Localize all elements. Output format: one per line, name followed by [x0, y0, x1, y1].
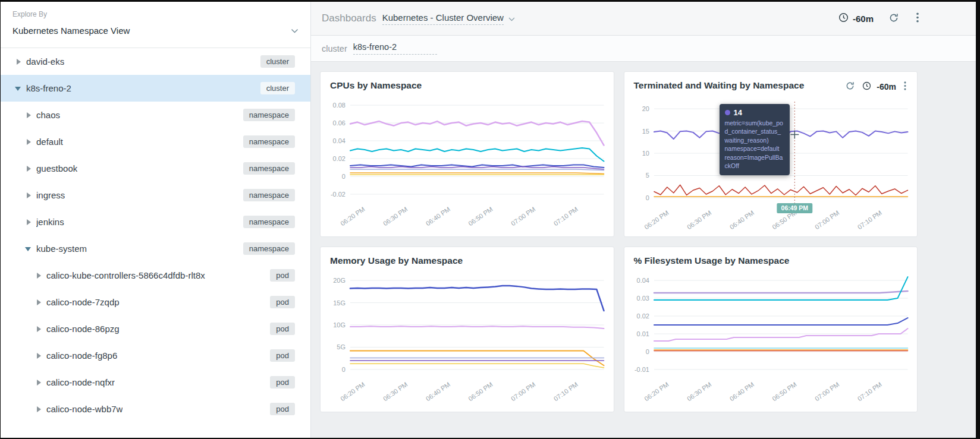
view-selector[interactable]: Kubernetes Namespace View	[12, 25, 299, 36]
expand-arrow-icon[interactable]	[35, 326, 42, 333]
tree-row-calico-node-wbb7w[interactable]: calico-node-wbb7wpod	[1, 396, 310, 422]
view-selector-label: Kubernetes Namespace View	[12, 26, 130, 36]
filesystem-usage-line-chart[interactable]: 0.040.030.020.010-0.0106:20 PM06:30 PM06…	[624, 269, 918, 404]
kebab-icon	[904, 81, 906, 92]
scope-bar: cluster k8s-freno-2	[311, 36, 976, 62]
svg-text:10: 10	[642, 150, 649, 157]
tree-item-label: chaos	[36, 110, 60, 120]
svg-text:-0.02: -0.02	[331, 191, 345, 198]
dashboard-grid: CPUs by Namespace 0.080.060.040.020-0.02…	[311, 62, 976, 412]
memory-usage-line-chart[interactable]: 20G15G10G5G006:20 PM06:30 PM06:40 PM06:5…	[321, 269, 614, 404]
main-content: Dashboards Kubernetes - Cluster Overview…	[311, 2, 976, 438]
svg-text:20G: 20G	[333, 277, 345, 284]
scope-value[interactable]: k8s-freno-2	[353, 42, 437, 55]
svg-text:07:10 PM: 07:10 PM	[552, 206, 579, 228]
svg-text:15G: 15G	[333, 299, 345, 307]
svg-text:06:49 PM: 06:49 PM	[781, 205, 808, 211]
tree-row-calico-node-7zqdp[interactable]: calico-node-7zqdppod	[1, 289, 310, 315]
refresh-button[interactable]	[887, 11, 901, 27]
dashboard-header: Dashboards Kubernetes - Cluster Overview…	[311, 2, 976, 36]
expand-arrow-icon[interactable]	[35, 272, 42, 279]
collapse-arrow-icon[interactable]	[15, 85, 22, 92]
tree-row-calico-node-86pzg[interactable]: calico-node-86pzgpod	[1, 315, 310, 342]
panel-terminated-and-waiting: Terminated and Waiting by Namespace -60m	[624, 71, 918, 237]
expand-arrow-icon[interactable]	[35, 379, 42, 386]
svg-text:06:20 PM: 06:20 PM	[339, 206, 366, 228]
panel-title: Memory Usage by Namespace	[330, 255, 463, 266]
expand-arrow-icon[interactable]	[35, 299, 42, 306]
svg-text:06:30 PM: 06:30 PM	[686, 209, 712, 231]
kebab-icon	[916, 12, 919, 24]
svg-text:0: 0	[342, 366, 345, 373]
expand-arrow-icon[interactable]	[25, 112, 32, 119]
expand-arrow-icon[interactable]	[25, 138, 32, 146]
kebab-menu-button[interactable]	[914, 10, 921, 27]
tree-item-label: ingress	[36, 190, 65, 200]
time-range-control[interactable]: -60m	[838, 12, 874, 25]
svg-text:06:30 PM: 06:30 PM	[382, 381, 409, 403]
svg-text:06:30 PM: 06:30 PM	[686, 381, 712, 403]
panel-title: Terminated and Waiting by Namespace	[634, 80, 805, 91]
svg-text:07:10 PM: 07:10 PM	[552, 381, 579, 403]
svg-text:0.08: 0.08	[333, 102, 345, 109]
expand-arrow-icon[interactable]	[25, 219, 32, 226]
collapse-arrow-icon[interactable]	[25, 245, 32, 252]
tree-row-david-eks[interactable]: david-ekscluster	[1, 48, 310, 75]
type-badge: cluster	[260, 82, 295, 94]
svg-text:06:40 PM: 06:40 PM	[425, 206, 451, 228]
tree-item-label: calico-node-86pzg	[46, 324, 120, 334]
type-badge: pod	[270, 349, 295, 362]
type-badge: namespace	[243, 109, 295, 121]
panel-header: Memory Usage by Namespace	[321, 247, 614, 266]
svg-text:06:50 PM: 06:50 PM	[771, 381, 797, 403]
tree-row-guestbook[interactable]: guestbooknamespace	[1, 155, 310, 182]
expand-arrow-icon[interactable]	[25, 192, 32, 199]
expand-arrow-icon[interactable]	[15, 58, 22, 65]
panel-kebab-menu-button[interactable]	[902, 79, 909, 94]
refresh-icon	[846, 81, 855, 92]
tree-row-default[interactable]: defaultnamespace	[1, 128, 310, 155]
panel-header: Terminated and Waiting by Namespace -60m	[624, 72, 918, 94]
tree-item-label: calico-node-nqfxr	[46, 377, 115, 387]
tooltip-header: 14	[725, 108, 784, 117]
expand-arrow-icon[interactable]	[25, 165, 32, 172]
svg-text:06:40 PM: 06:40 PM	[425, 381, 451, 403]
svg-text:5: 5	[645, 172, 649, 179]
type-badge: pod	[270, 376, 295, 389]
svg-text:0.02: 0.02	[636, 312, 649, 320]
tree-row-ingress[interactable]: ingressnamespace	[1, 182, 310, 209]
svg-text:20: 20	[642, 105, 649, 112]
svg-text:0.02: 0.02	[333, 155, 345, 162]
tree-row-jenkins[interactable]: jenkinsnamespace	[1, 209, 310, 235]
tree-item-label: calico-node-fg8p6	[46, 350, 117, 361]
tree-item-label: k8s-freno-2	[26, 83, 71, 93]
tree-row-calico-kube-controllers-5866c4dfdb-rlt8x[interactable]: calico-kube-controllers-5866c4dfdb-rlt8x…	[1, 262, 310, 289]
chevron-down-icon	[508, 13, 515, 24]
expand-arrow-icon[interactable]	[35, 406, 42, 413]
tree-row-k8s-freno-2[interactable]: k8s-freno-2cluster	[1, 75, 310, 102]
sidebar-tree: david-eksclusterk8s-freno-2clusterchaosn…	[1, 48, 310, 438]
panel-time-range-value[interactable]: -60m	[877, 82, 896, 91]
chevron-down-icon	[291, 25, 299, 36]
tree-item-label: calico-kube-controllers-5866c4dfdb-rlt8x	[46, 270, 205, 280]
panel-refresh-button[interactable]	[843, 79, 857, 94]
expand-arrow-icon[interactable]	[35, 352, 42, 359]
dashboard-selector[interactable]: Kubernetes - Cluster Overview	[382, 12, 515, 25]
svg-text:06:50 PM: 06:50 PM	[467, 206, 494, 228]
svg-text:5G: 5G	[337, 343, 345, 350]
svg-text:06:30 PM: 06:30 PM	[382, 206, 409, 228]
svg-text:-0.01: -0.01	[634, 366, 649, 373]
panel-header: CPUs by Namespace	[321, 72, 614, 91]
panel-filesystem-usage: % Filesystem Usage by Namespace 0.040.03…	[624, 247, 918, 412]
dashboard-selector-value: Kubernetes - Cluster Overview	[382, 12, 504, 25]
tree-row-calico-node-fg8p6[interactable]: calico-node-fg8p6pod	[1, 342, 310, 369]
type-badge: namespace	[243, 162, 295, 175]
cpus-line-chart[interactable]: 0.080.060.040.020-0.0206:20 PM06:30 PM06…	[321, 93, 614, 229]
svg-text:0.04: 0.04	[636, 277, 649, 284]
tree-row-kube-system[interactable]: kube-systemnamespace	[1, 235, 310, 262]
svg-text:06:50 PM: 06:50 PM	[467, 381, 494, 403]
tree-row-calico-node-nqfxr[interactable]: calico-node-nqfxrpod	[1, 369, 310, 396]
tree-row-chaos[interactable]: chaosnamespace	[1, 102, 310, 128]
svg-text:06:40 PM: 06:40 PM	[728, 381, 755, 403]
svg-text:0.06: 0.06	[333, 119, 345, 127]
